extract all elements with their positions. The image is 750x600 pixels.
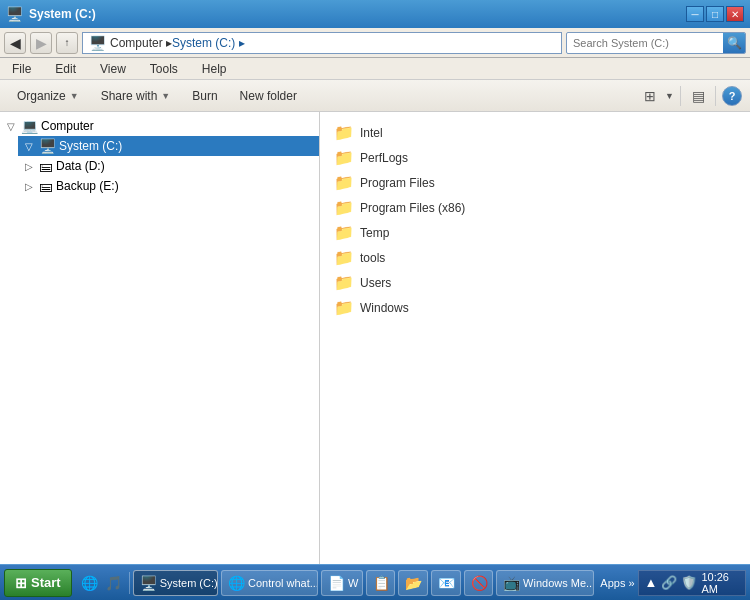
folder-icon: 📁 <box>334 148 354 167</box>
folder-item[interactable]: 📁Program Files (x86) <box>328 195 742 220</box>
folder-item[interactable]: 📁Temp <box>328 220 742 245</box>
folder-name: Windows <box>360 301 409 315</box>
folder-icon: 📁 <box>334 223 354 242</box>
share-arrow: ▼ <box>161 91 170 101</box>
back-button[interactable]: ◀ <box>4 32 26 54</box>
tree-panel: ▽ 💻 Computer ▽ 🖥️ System (C:) ▷ 🖴 Data (… <box>0 112 320 564</box>
title-bar: 🖥️ System (C:) ─ □ ✕ <box>0 0 750 28</box>
system-c-label: System (C:) <box>59 139 122 153</box>
expand-data[interactable]: ▷ <box>22 159 36 173</box>
folder-item[interactable]: 📁Intel <box>328 120 742 145</box>
folder-icon: 📁 <box>334 273 354 292</box>
tray-arrow[interactable]: ▲ <box>645 575 658 590</box>
apps-overflow: Apps » <box>600 577 634 589</box>
expand-computer[interactable]: ▽ <box>4 119 18 133</box>
taskbar-doc[interactable]: 📋 <box>366 570 396 596</box>
folder-icon: 📁 <box>334 173 354 192</box>
taskbar-word[interactable]: 📄 W <box>321 570 363 596</box>
new-folder-label: New folder <box>240 89 297 103</box>
word-icon: 📄 <box>328 575 345 591</box>
toolbar-separator2 <box>715 86 716 106</box>
folder-item[interactable]: 📁Windows <box>328 295 742 320</box>
folder-item[interactable]: 📁tools <box>328 245 742 270</box>
tray-net[interactable]: 🔗 <box>661 575 677 590</box>
organize-arrow: ▼ <box>70 91 79 101</box>
toolbar-separator <box>680 86 681 106</box>
forward-button[interactable]: ▶ <box>30 32 52 54</box>
menu-file[interactable]: File <box>8 60 35 78</box>
content-panel: 📁Intel📁PerfLogs📁Program Files📁Program Fi… <box>320 112 750 564</box>
apps-arrow: » <box>628 577 634 589</box>
toolbar: Organize ▼ Share with ▼ Burn New folder … <box>0 80 750 112</box>
share-button[interactable]: Share with ▼ <box>92 84 180 108</box>
start-label: Start <box>31 575 61 590</box>
folder-item[interactable]: 📁Users <box>328 270 742 295</box>
menu-view[interactable]: View <box>96 60 130 78</box>
organize-label: Organize <box>17 89 66 103</box>
quicklaunch-ie[interactable]: 🌐 <box>79 572 101 594</box>
search-button[interactable]: 🔍 <box>723 32 745 54</box>
breadcrumb-icon: 🖥️ <box>89 35 106 51</box>
breadcrumb-path: Computer ▸ <box>110 36 172 50</box>
burn-button[interactable]: Burn <box>183 84 226 108</box>
media-label: Windows Me... <box>523 577 594 589</box>
expand-backup[interactable]: ▷ <box>22 179 36 193</box>
folder-item[interactable]: 📁Program Files <box>328 170 742 195</box>
taskbar-folder[interactable]: 📂 <box>398 570 428 596</box>
organize-button[interactable]: Organize ▼ <box>8 84 88 108</box>
media-icon: 📺 <box>503 575 520 591</box>
tray-security[interactable]: 🛡️ <box>681 575 697 590</box>
data-d-label: Data (D:) <box>56 159 105 173</box>
taskbar-explorer[interactable]: 🖥️ System (C:) <box>133 570 218 596</box>
menu-bar: File Edit View Tools Help <box>0 58 750 80</box>
folder-name: Program Files <box>360 176 435 190</box>
close-button[interactable]: ✕ <box>726 6 744 22</box>
breadcrumb[interactable]: 🖥️ Computer ▸ System (C:) ▸ <box>82 32 562 54</box>
expand-system[interactable]: ▽ <box>22 139 36 153</box>
control-icon: 🌐 <box>228 575 245 591</box>
folder-item[interactable]: 📁PerfLogs <box>328 145 742 170</box>
start-icon: ⊞ <box>15 575 27 591</box>
menu-help[interactable]: Help <box>198 60 231 78</box>
taskbar-block[interactable]: 🚫 <box>464 570 494 596</box>
window-title: System (C:) <box>29 7 686 21</box>
menu-tools[interactable]: Tools <box>146 60 182 78</box>
tree-backup-e[interactable]: ▷ 🖴 Backup (E:) <box>18 176 319 196</box>
start-button[interactable]: ⊞ Start <box>4 569 72 597</box>
app-icon: 🖥️ <box>6 6 23 22</box>
block-icon: 🚫 <box>471 575 488 591</box>
maximize-button[interactable]: □ <box>706 6 724 22</box>
breadcrumb-current: System (C:) ▸ <box>172 36 245 50</box>
search-input[interactable] <box>567 37 723 49</box>
burn-label: Burn <box>192 89 217 103</box>
folder-name: Users <box>360 276 391 290</box>
system-tray: ▲ 🔗 🛡️ 10:26 AM <box>638 570 747 596</box>
up-button[interactable]: ↑ <box>56 32 78 54</box>
tree-data-d[interactable]: ▷ 🖴 Data (D:) <box>18 156 319 176</box>
data-drive-icon: 🖴 <box>39 158 53 174</box>
folder-icon: 📁 <box>334 123 354 142</box>
quick-launch: 🌐 🎵 <box>75 572 130 594</box>
search-box: 🔍 <box>566 32 746 54</box>
new-folder-button[interactable]: New folder <box>231 84 306 108</box>
help-button[interactable]: ? <box>722 86 742 106</box>
folder-name: Program Files (x86) <box>360 201 465 215</box>
menu-edit[interactable]: Edit <box>51 60 80 78</box>
pane-button[interactable]: ▤ <box>687 85 709 107</box>
word-label: W <box>348 577 358 589</box>
tree-computer[interactable]: ▽ 💻 Computer <box>0 116 319 136</box>
folder-name: PerfLogs <box>360 151 408 165</box>
share-label: Share with <box>101 89 158 103</box>
explorer-label: System (C:) <box>160 577 218 589</box>
layout-button[interactable]: ⊞ <box>639 85 661 107</box>
minimize-button[interactable]: ─ <box>686 6 704 22</box>
quicklaunch-media[interactable]: 🎵 <box>103 572 125 594</box>
taskbar-control[interactable]: 🌐 Control what... <box>221 570 318 596</box>
toolbar-right: ⊞ ▼ ▤ ? <box>639 85 742 107</box>
taskbar-mail[interactable]: 📧 <box>431 570 461 596</box>
backup-drive-icon: 🖴 <box>39 178 53 194</box>
address-bar: ◀ ▶ ↑ 🖥️ Computer ▸ System (C:) ▸ 🔍 <box>0 28 750 58</box>
taskbar-media[interactable]: 📺 Windows Me... <box>496 570 594 596</box>
tree-system-c[interactable]: ▽ 🖥️ System (C:) <box>18 136 319 156</box>
folder-icon: 📁 <box>334 248 354 267</box>
